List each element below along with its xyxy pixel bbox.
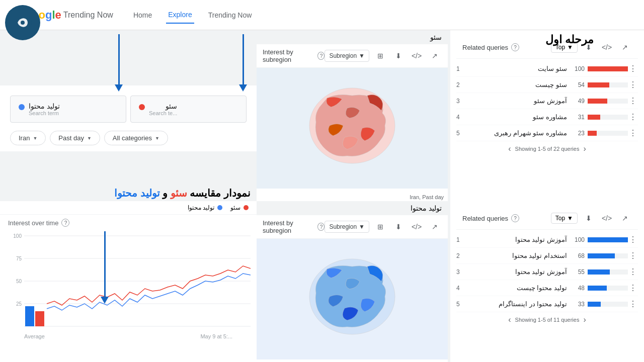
svg-text:25: 25	[16, 301, 22, 307]
query-more-icon[interactable]: ⋮	[628, 128, 638, 138]
query-more-icon[interactable]: ⋮	[628, 112, 638, 122]
nav-home[interactable]: Home	[131, 7, 154, 23]
query-bar-container	[588, 66, 628, 71]
country-filter[interactable]: Iran	[10, 131, 46, 145]
main-content: مرحله اول تولید محتوا Search term	[0, 30, 644, 362]
query-text: آموزش سئو	[466, 97, 567, 105]
term2-dot	[139, 104, 145, 110]
term1-dot	[19, 104, 25, 110]
query-row-bottom-2: 2 استخدام تولید محتوا 68 ⋮	[456, 248, 638, 264]
bottom-share-q-icon[interactable]: ↗	[618, 211, 632, 225]
chart-arrow	[101, 231, 109, 304]
query-more-icon[interactable]: ⋮	[628, 283, 638, 293]
period-filter[interactable]: Past day	[50, 131, 100, 145]
queries-header-bottom: Related queries ? Top ▼ ⬇ </> ↗	[456, 207, 638, 230]
chart-info-icon[interactable]: ?	[61, 219, 69, 227]
query-num: 5	[456, 301, 466, 308]
next-page-icon[interactable]: ›	[583, 144, 586, 153]
top-map-panel: سئو Interest by subregion ? Subregion ▼ …	[257, 30, 448, 201]
download-icon[interactable]: ⬇	[391, 49, 406, 63]
search-term-1[interactable]: تولید محتوا Search term	[10, 96, 126, 123]
query-text: استخدام تولید محتوا	[466, 252, 567, 259]
iran-map-red	[257, 68, 448, 189]
legend-content: تولید محتوا	[188, 204, 222, 211]
term1-value: تولید محتوا	[29, 102, 60, 110]
nav-explore[interactable]: Explore	[166, 7, 194, 24]
query-more-icon[interactable]: ⋮	[628, 80, 638, 89]
query-num: 2	[456, 252, 466, 259]
info-icon[interactable]: ?	[317, 52, 325, 60]
query-score: 100	[567, 236, 585, 243]
subregion-select[interactable]: Subregion ▼	[325, 50, 369, 62]
query-bar-container	[588, 302, 628, 307]
query-score: 55	[567, 268, 585, 276]
legend-dot-content	[217, 205, 222, 210]
bottom-info-icon-q[interactable]: ?	[511, 214, 519, 222]
bottom-download-icon[interactable]: ⬇	[391, 220, 406, 234]
bottom-info-icon[interactable]: ?	[317, 223, 325, 231]
step2-label: مرحله دوم	[413, 33, 644, 46]
query-row-bottom-5: 5 تولید محتوا در اینستاگرام 33 ⋮	[456, 296, 638, 312]
date-label: May 9 at 5:...	[200, 333, 232, 339]
bottom-map-title: تولید محتوا	[257, 201, 448, 215]
legend-dot-seo	[244, 205, 249, 210]
category-filter[interactable]: All categories	[104, 131, 168, 145]
query-more-icon[interactable]: ⋮	[628, 299, 638, 309]
bottom-next-page[interactable]: ›	[583, 315, 586, 324]
showing-text-top: ‹ Showing 1-5 of 22 queries ›	[456, 141, 638, 156]
query-bar	[588, 99, 607, 104]
bottom-dl-icon[interactable]: ⬇	[582, 211, 596, 225]
bottom-prev-page[interactable]: ‹	[508, 315, 511, 324]
term1-label: Search term	[29, 110, 60, 116]
query-more-icon[interactable]: ⋮	[628, 267, 638, 277]
query-bar-container	[588, 115, 628, 120]
query-more-icon[interactable]: ⋮	[628, 64, 638, 73]
query-num: 3	[456, 268, 466, 276]
query-more-icon[interactable]: ⋮	[628, 251, 638, 260]
bottom-map-header: Interest by subregion ? Subregion ▼ ⊞ ⬇ …	[257, 215, 448, 239]
bottom-embed-icon[interactable]: </>	[410, 220, 424, 234]
query-row-top-4: 4 مشاوره سئو 31 ⋮	[456, 109, 638, 125]
bottom-embed-q-icon[interactable]: </>	[600, 211, 614, 225]
nav-trending[interactable]: Trending Now	[206, 7, 254, 23]
query-more-icon[interactable]: ⋮	[628, 235, 638, 244]
bottom-map-controls: Subregion ▼ ⊞ ⬇ </> ↗	[325, 220, 442, 234]
query-score: 23	[567, 130, 585, 137]
query-num: 5	[456, 130, 466, 137]
query-row-bottom-4: 4 تولید محتوا چیست 48 ⋮	[456, 280, 638, 296]
chart-svg: 100 75 50 25	[4, 231, 251, 331]
embed-icon[interactable]: </>	[410, 49, 424, 63]
query-score: 33	[567, 301, 585, 308]
query-bar-container	[588, 82, 628, 87]
query-bar-blue	[588, 269, 610, 275]
query-bar-container	[588, 237, 628, 242]
svg-text:75: 75	[16, 256, 22, 261]
query-score: 54	[567, 81, 585, 88]
query-row-top-1: 1 سئو سایت 100 ⋮	[456, 61, 638, 77]
table-view-icon[interactable]: ⊞	[373, 49, 387, 63]
query-score: 68	[567, 252, 585, 259]
svg-rect-12	[25, 306, 34, 326]
search-term-2[interactable]: سئو Search te...	[130, 96, 247, 123]
svg-rect-13	[35, 311, 44, 326]
query-text: آموزش تولید محتوا	[466, 236, 567, 243]
query-text: آموزش تولید محتوا	[466, 268, 567, 276]
comparison-title-area: نمودار مقایسه سئو و تولید محتوا	[0, 185, 257, 201]
query-more-icon[interactable]: ⋮	[628, 96, 638, 106]
chart-panel: تولید محتوا سئو Interest over time ?	[0, 201, 257, 362]
top-map-header: Interest by subregion ? Subregion ▼ ⊞ ⬇ …	[257, 44, 448, 68]
bottom-table-icon[interactable]: ⊞	[373, 220, 387, 234]
prev-page-icon[interactable]: ‹	[508, 144, 511, 153]
query-text: مشاوره سئو	[466, 113, 567, 121]
query-row-top-2: 2 سئو چیست 54 ⋮	[456, 77, 638, 93]
legend-seo-label: سئو	[230, 204, 240, 211]
query-row-top-5: 5 مشاوره سئو شهرام رهبری 23 ⋮	[456, 125, 638, 141]
share-icon[interactable]: ↗	[428, 49, 442, 63]
bottom-top-select[interactable]: Top ▼	[551, 213, 578, 224]
bottom-share-icon[interactable]: ↗	[428, 220, 442, 234]
query-text: سئو چیست	[466, 81, 567, 88]
query-text: سئو سایت	[466, 65, 567, 72]
query-text: تولید محتوا در اینستاگرام	[466, 300, 567, 308]
chart-x-labels: Average May 9 at 5:...	[4, 333, 253, 339]
bottom-subregion-select[interactable]: Subregion ▼	[325, 221, 369, 233]
